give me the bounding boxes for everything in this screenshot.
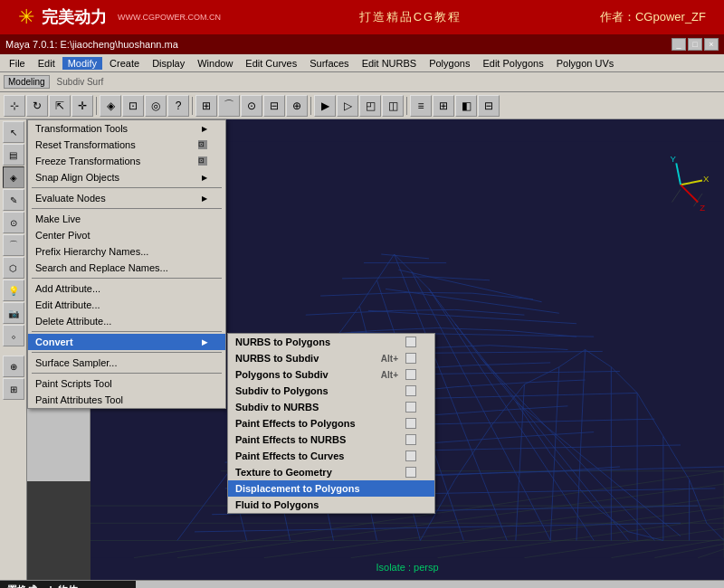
menu-edit[interactable]: Edit [33,57,61,70]
tool-rotate[interactable]: ↻ [26,95,48,117]
panel-area: Te... Fa... Tr... UV... [27,119,724,580]
submenu-displacement-to-poly[interactable]: Displacement to Polygons [228,480,434,497]
tool-light[interactable]: 💡 [3,280,24,301]
menu-modify[interactable]: Modify [62,57,102,70]
menu-item-prefix-hierarchy[interactable]: Prefix Hierarchy Names... [28,243,225,260]
tool-arrow[interactable]: ↖ [3,121,24,143]
menu-file[interactable]: File [4,57,31,70]
svg-text:X: X [703,174,710,184]
submenu-paint-effects-to-poly[interactable]: Paint Effects to Polygons [228,415,434,432]
menu-item-transformation-tools[interactable]: Transformation Tools▶ [28,120,225,137]
tool-snap-grid[interactable]: ⊞ [195,95,217,117]
menu-edit-curves[interactable]: Edit Curves [240,57,302,70]
submenu-fluid-to-poly[interactable]: Fluid to Polygons [228,497,434,513]
tool-cam[interactable]: 📷 [3,302,24,324]
separator-3 [32,278,222,279]
tool-lasso[interactable]: ⊡ [122,95,144,117]
menu-bar: File Edit Modify Create Display Window E… [0,54,724,72]
tool-show[interactable]: ◫ [382,95,404,117]
toolbar-divider-4 [406,97,407,115]
menu-surfaces[interactable]: Surfaces [304,57,354,70]
submenu-subdiv-to-nurbs[interactable]: Subdiv to NURBS [228,399,434,415]
tool-deform[interactable]: ⬦ [3,325,24,346]
close-button[interactable]: × [704,38,719,51]
menu-item-add-attribute[interactable]: Add Attribute... [28,280,225,297]
separator-2 [32,208,222,209]
menu-item-paint-attributes[interactable]: Paint Attributes Tool [28,392,225,408]
tool-display[interactable]: ◰ [359,95,381,117]
tool-select[interactable]: ◈ [100,95,121,117]
menu-item-convert[interactable]: Convert▶ NURBS to Polygons NURBS to Subd… [28,334,225,350]
tool-extra4[interactable]: ⊟ [478,95,500,117]
tool-ipr[interactable]: ▷ [337,95,358,117]
separator-5 [32,352,222,353]
status-text: 置换成poly物体 [0,581,136,588]
submenu-paint-effects-to-curves[interactable]: Paint Effects to Curves [228,448,434,464]
sub-toolbar: Modeling Subdiv Surf [0,72,724,92]
tool-scale[interactable]: ⇱ [49,95,71,117]
viewport-label: Isolate : persp [376,562,438,573]
tool-grid[interactable]: ⊞ [3,378,24,400]
tool-extra1[interactable]: ≡ [410,95,432,117]
submenu-poly-to-subdiv[interactable]: Polygons to Subdiv Alt+ [228,366,434,383]
menu-edit-nurbs[interactable]: Edit NURBS [357,57,423,70]
tool-active[interactable]: ◈ [3,166,24,188]
menu-item-center-pivot[interactable]: Center Pivot [28,227,225,243]
menu-polygons[interactable]: Polygons [424,57,475,70]
star-icon: ✳ [18,5,34,29]
tool-paint2[interactable]: ✎ [3,189,24,211]
minimize-button[interactable]: _ [672,38,686,51]
menu-item-edit-attribute[interactable]: Edit Attribute... [28,297,225,313]
convert-submenu: NURBS to Polygons NURBS to Subdiv Alt+ P… [227,333,435,514]
tool-poly[interactable]: ⬡ [3,257,24,279]
tool-curve[interactable]: ⌒ [3,234,24,256]
menu-item-search-replace[interactable]: Search and Replace Names... [28,260,225,276]
toolbar-divider-1 [96,97,97,115]
menu-edit-polygons[interactable]: Edit Polygons [477,57,548,70]
tool-extra3[interactable]: ◧ [455,95,477,117]
tool-snap-point[interactable]: ⊙ [241,95,262,117]
tool-question[interactable]: ? [167,95,189,117]
menu-item-surface-sampler[interactable]: Surface Sampler... [28,355,225,371]
title-bar: Maya 7.0.1: E:\jiaocheng\huoshann.ma _ □… [0,34,724,54]
menu-item-make-live[interactable]: Make Live [28,211,225,227]
menu-item-paint-scripts[interactable]: Paint Scripts Tool [28,375,225,392]
menu-item-reset-transformations[interactable]: Reset Transformations⊡ [28,137,225,153]
submenu-nurbs-to-subdiv[interactable]: NURBS to Subdiv Alt+ [228,350,434,366]
tool-render[interactable]: ▶ [314,95,336,117]
menu-polygon-uvs[interactable]: Polygon UVs [551,57,620,70]
banner-subtitle: 打造精品CG教程 [359,9,462,25]
tool-axis[interactable]: ⊕ [3,356,24,377]
menu-item-evaluate-nodes[interactable]: Evaluate Nodes▶ [28,190,225,206]
tool-snap-live[interactable]: ⊕ [286,95,308,117]
left-toolbar: ↖ ▤ ◈ ✎ ⊙ ⌒ ⬡ 💡 📷 ⬦ ⊕ ⊞ [0,119,27,580]
submenu-texture-to-geo[interactable]: Texture to Geometry [228,464,434,480]
banner-author: 作者：CGpower_ZF [600,9,706,25]
modeling-dropdown[interactable]: Modeling [4,75,50,89]
tool-select2[interactable]: ▤ [3,144,24,166]
menu-create[interactable]: Create [104,57,145,70]
submenu-nurbs-to-poly[interactable]: NURBS to Polygons [228,334,434,350]
tool-paint[interactable]: ◎ [145,95,167,117]
submenu-subdiv-to-poly[interactable]: Subdiv to Polygons [228,383,434,399]
submenu-paint-effects-to-nurbs[interactable]: Paint Effects to NURBS [228,432,434,448]
banner-logo-text: 完美动力 [42,6,107,28]
tool-extra2[interactable]: ⊞ [433,95,454,117]
menu-item-delete-attribute[interactable]: Delete Attribute... [28,313,225,329]
menu-display[interactable]: Display [147,57,190,70]
banner-logo: ✳ 完美动力 WWW.CGPOWER.COM.CN [18,5,221,29]
menu-item-snap-align[interactable]: Snap Align Objects▶ [28,169,225,185]
tool-move[interactable]: ⊹ [4,95,25,117]
separator-4 [32,331,222,332]
tool-universal[interactable]: ✛ [71,95,93,117]
toolbar-divider-2 [192,97,193,115]
maximize-button[interactable]: □ [688,38,702,51]
status-message: 置换成poly物体 [7,583,78,588]
tool-brush[interactable]: ⊙ [3,212,24,233]
tool-snap-curve[interactable]: ⌒ [218,95,240,117]
menu-item-freeze-transformations[interactable]: Freeze Transformations⊡ [28,153,225,169]
svg-text:Z: Z [700,203,705,213]
menu-window[interactable]: Window [192,57,238,70]
top-banner: ✳ 完美动力 WWW.CGPOWER.COM.CN 打造精品CG教程 作者：CG… [0,0,724,34]
tool-snap-view[interactable]: ⊟ [263,95,285,117]
